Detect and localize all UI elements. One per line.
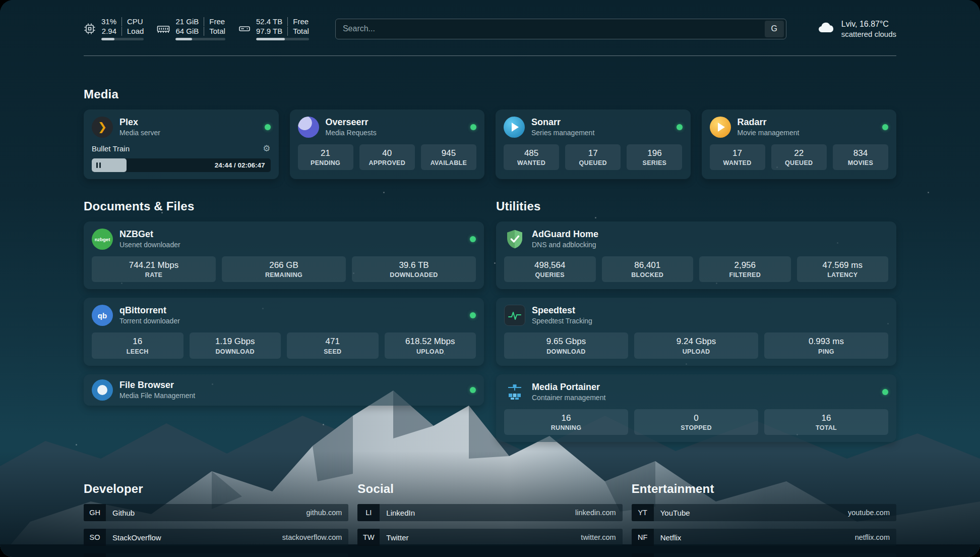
bookmark-twitter[interactable]: TW Twitter twitter.com [357,529,622,546]
bookmark-url: youtube.com [848,509,896,517]
section-title-utilities: Utilities [496,199,896,213]
bookmark-name: LinkedIn [380,509,415,517]
app-description: Media Requests [326,129,377,137]
gear-icon[interactable]: ⚙ [263,143,270,154]
stat-ping: 0.993 ms PING [764,332,888,358]
bookmark-netflix[interactable]: NF Netflix netflix.com [632,529,896,546]
disk-label-top: Free [287,17,309,26]
dev-abbr-icon: DT [84,553,106,557]
linkedin-abbr-icon: LI [357,504,380,521]
status-online-dot [470,312,476,318]
disk-free-value: 52.4 TB [256,17,287,26]
dashboard-screen: 31% CPU 2.94 Load 21 [0,0,980,557]
nzbget-icon: nzbget [92,229,113,250]
bookmark-name: StackOverflow [106,533,161,542]
plex-player-bar[interactable]: 24:44 / 02:06:47 [92,158,271,172]
bookmark-reddit[interactable]: RE Reddit reddit.com [632,553,896,557]
section-title-developer: Developer [84,482,348,496]
weather-condition: scattered clouds [841,30,896,38]
app-name: AdGuard Home [532,230,598,240]
bookmarks-social: Social LI LinkedIn linkedin.com TW Twitt… [357,482,622,557]
stat-queued: 17 QUEUED [565,144,621,170]
search-bar[interactable]: G [335,19,786,39]
app-card-plex[interactable]: ❯ Plex Media server Bullet Train ⚙ 24:44… [84,109,279,179]
twitter-abbr-icon: TW [357,529,380,546]
app-card-overseerr[interactable]: Overseerr Media Requests 21 PENDING 40 A… [290,109,485,179]
plex-now-playing-title: Bullet Train [92,144,130,153]
app-description: Torrent downloader [119,317,180,325]
app-description: Series management [531,129,594,137]
ram-icon [157,23,170,34]
app-name: Plex [119,118,160,128]
stat-upload: 9.24 Gbps UPLOAD [634,332,758,358]
stat-filtered: 2,956 FILTERED [699,256,791,282]
app-description: DNS and adblocking [532,241,598,249]
stat-approved: 40 APPROVED [359,144,415,170]
radarr-icon [710,117,731,138]
search-engine-badge[interactable]: G [765,21,784,37]
app-card-sonarr[interactable]: Sonarr Series management 485 WANTED 17 Q… [496,109,691,179]
reddit-abbr-icon: RE [632,553,654,557]
cloud-icon [817,21,835,37]
bookmark-url: github.com [306,509,348,517]
stat-blocked: 86,401 BLOCKED [602,256,694,282]
plex-icon: ❯ [92,117,113,138]
header-divider [84,55,896,56]
bookmark-linkedin[interactable]: LI LinkedIn linkedin.com [357,504,622,521]
stat-series: 196 SERIES [627,144,682,170]
app-description: Container management [532,394,605,402]
app-card-qbittorrent[interactable]: qb qBittorrent Torrent downloader 16 LEE… [84,298,484,365]
app-card-radarr[interactable]: Radarr Movie management 17 WANTED 22 QUE… [702,109,897,179]
netflix-abbr-icon: NF [632,529,654,546]
pause-icon[interactable] [96,162,101,168]
app-card-adguard[interactable]: AdGuard Home DNS and adblocking 498,564 … [496,221,896,289]
bookmarks-entertainment: Entertainment YT YouTube youtube.com NF … [632,482,896,557]
bookmark-name: Github [106,509,135,517]
app-name: Radarr [738,118,800,128]
bookmark-github[interactable]: GH Github github.com [84,504,348,521]
bookmark-name: Netflix [654,533,682,542]
ram-total-value: 64 GiB [175,27,204,36]
bookmark-youtube[interactable]: YT YouTube youtube.com [632,504,896,521]
stat-stopped: 0 STOPPED [634,409,758,435]
section-title-social: Social [357,482,622,496]
app-card-filebrowser[interactable]: File Browser Media File Management [84,374,484,406]
bookmark-dev[interactable]: DT DEV dev.to [84,553,348,557]
status-online-dot [882,389,888,395]
bookmark-url: netflix.com [855,533,896,541]
stat-available: 945 AVAILABLE [421,144,476,170]
bookmark-name: Twitter [380,533,408,542]
plex-playback-time: 24:44 / 02:06:47 [215,158,265,172]
stat-wanted: 17 WANTED [710,144,765,170]
ram-free-value: 21 GiB [175,17,204,26]
section-title-entertainment: Entertainment [632,482,896,496]
app-card-nzbget[interactable]: nzbget NZBGet Usenet downloader 744.21 M… [84,221,484,289]
github-abbr-icon: GH [84,504,106,521]
stat-remaining: 266 GB REMAINING [222,256,346,282]
bookmark-url: stackoverflow.com [282,533,348,541]
app-name: qBittorrent [119,306,180,316]
bookmarks-developer: Developer GH Github github.com SO StackO… [84,482,348,557]
hard-drive-icon [238,23,251,35]
stat-queued: 22 QUEUED [771,144,827,170]
app-name: Overseerr [326,118,377,128]
stat-leech: 16 LEECH [92,332,183,358]
sonarr-icon [504,117,525,138]
stat-seed: 471 SEED [287,332,379,358]
app-card-portainer[interactable]: Media Portainer Container management 16 … [496,374,896,442]
bookmark-stackoverflow[interactable]: SO StackOverflow stackoverflow.com [84,529,348,546]
search-input[interactable] [343,24,765,33]
disk-total-value: 97.9 TB [256,27,287,36]
app-card-speedtest[interactable]: Speedtest Speedtest Tracking 9.65 Gbps D… [496,298,896,365]
snow-particles [0,0,2,2]
status-online-dot [470,387,476,393]
section-title-documents: Documents & Files [84,199,484,213]
section-title-media: Media [84,87,896,101]
app-description: Movie management [738,129,800,137]
cpu-label-top: CPU [121,17,144,26]
stat-wanted: 485 WANTED [504,144,559,170]
stackoverflow-abbr-icon: SO [84,529,106,546]
app-name: Sonarr [531,118,594,128]
cpu-usage-widget: 31% CPU 2.94 Load [84,17,144,40]
ram-progress-bar [175,38,225,40]
